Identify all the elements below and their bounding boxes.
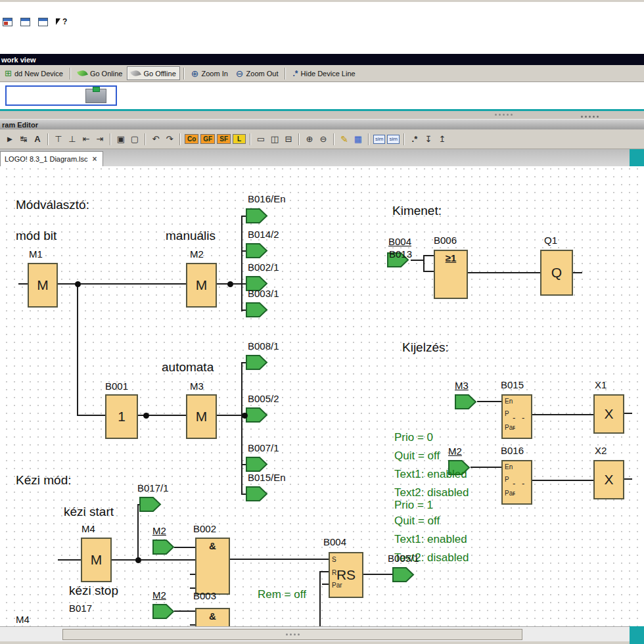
device-widget[interactable]	[5, 85, 117, 106]
block-b016[interactable]: EnPPar- - -	[501, 460, 532, 505]
splitter-grip[interactable]	[581, 116, 599, 118]
pane-splitter[interactable]	[0, 111, 644, 119]
wire[interactable]	[112, 559, 195, 561]
text-tool-icon[interactable]: A	[32, 133, 43, 146]
zoom-out-icon[interactable]: ⊖	[317, 133, 329, 146]
go-online-button[interactable]: Go Online	[74, 66, 126, 80]
block-m1[interactable]: M	[28, 263, 58, 308]
zoom-in-button[interactable]: ⊕Zoom In	[188, 66, 231, 80]
undo-icon[interactable]: ↶	[150, 133, 162, 146]
block-b003[interactable]: &	[195, 608, 230, 626]
flag-M2-a[interactable]	[152, 540, 175, 555]
wire[interactable]	[624, 478, 632, 480]
wire[interactable]	[363, 574, 392, 575]
flag-B014-2[interactable]	[246, 243, 268, 258]
add-new-device-button[interactable]: ⊞dd New Device	[1, 66, 66, 80]
wire[interactable]	[532, 414, 593, 415]
wire[interactable]	[217, 415, 242, 416]
hide-device-line-button[interactable]: .*Hide Device Line	[289, 66, 358, 80]
move-up-icon[interactable]: ↥	[436, 133, 448, 146]
hide-reference-line-icon[interactable]: .*	[409, 133, 421, 146]
basic-functions-catalog-button[interactable]: GF	[200, 134, 215, 144]
block-b015[interactable]: EnPPar- - -	[501, 394, 532, 439]
wire[interactable]	[77, 415, 105, 416]
flag-B016-En[interactable]	[246, 208, 268, 223]
zoom-out-button[interactable]: ⊖Zoom Out	[233, 66, 282, 80]
context-help-icon[interactable]: ?	[56, 16, 67, 27]
wire[interactable]	[411, 260, 424, 261]
scrollbar-thumb[interactable]	[62, 629, 522, 640]
flag-M3[interactable]	[455, 394, 477, 409]
special-functions-catalog-button[interactable]: SF	[217, 134, 231, 144]
comment-text[interactable]: mód bit	[16, 229, 57, 243]
wire[interactable]	[241, 362, 242, 495]
comment-text[interactable]: manuális	[166, 229, 216, 243]
tab-close-icon[interactable]: ×	[93, 154, 97, 164]
wire[interactable]	[18, 283, 28, 285]
flag-B005-1[interactable]	[392, 567, 415, 582]
horizontal-scrollbar[interactable]	[0, 626, 630, 641]
split-vertical-icon[interactable]: ◫	[269, 133, 281, 146]
labels-catalog-button[interactable]: L	[233, 134, 246, 144]
wire[interactable]	[477, 401, 501, 402]
block-x2[interactable]: X	[593, 460, 624, 499]
flag-B005-2[interactable]	[246, 407, 268, 423]
wire[interactable]	[190, 624, 195, 626]
align-left-icon[interactable]: ⇤	[80, 133, 92, 146]
diagram-canvas[interactable]: MM1MM&&RSSRPar≥1QEnPPar- - -XEnPPar- - -…	[0, 166, 644, 626]
block-q1[interactable]: Q	[540, 250, 573, 296]
go-offline-button[interactable]: Go Offline	[127, 66, 179, 80]
align-top-icon[interactable]: ⊤	[53, 133, 64, 146]
flag-B003-1[interactable]	[246, 302, 268, 317]
wire[interactable]	[573, 272, 582, 273]
align-right-icon[interactable]: ⇥	[94, 133, 106, 146]
wire[interactable]	[471, 467, 501, 468]
flag-B015-En[interactable]	[246, 486, 268, 501]
block-m4[interactable]: M	[81, 538, 112, 582]
selection-tool-icon[interactable]: ►	[4, 133, 16, 146]
block-b001[interactable]: 1	[105, 394, 138, 439]
wire[interactable]	[230, 559, 329, 560]
move-down-icon[interactable]: ↧	[423, 133, 434, 146]
wire[interactable]	[319, 571, 329, 572]
wire[interactable]	[241, 216, 242, 311]
wire[interactable]	[423, 271, 434, 272]
wire[interactable]	[468, 272, 540, 273]
comment-text[interactable]: Kézi mód:	[16, 473, 71, 488]
diagram-tab[interactable]: LOGO! 8.3_1 Diagram.lsc ×	[0, 151, 103, 166]
wire[interactable]	[322, 584, 329, 585]
splitter-grip[interactable]	[495, 114, 513, 116]
flag-B008-1[interactable]	[246, 355, 268, 370]
wire[interactable]	[174, 610, 195, 612]
block-b004[interactable]: RSSRPar	[329, 552, 363, 598]
pen-style-icon[interactable]: ✎	[338, 133, 350, 146]
block-b002[interactable]: &	[195, 538, 230, 595]
comment-text[interactable]: kézi stop	[69, 584, 118, 598]
wire[interactable]	[190, 587, 195, 589]
send-to-back-icon[interactable]: ▢	[129, 133, 141, 146]
online-test-icon[interactable]: sim	[387, 135, 399, 144]
connector-tool-icon[interactable]: ↹	[18, 133, 30, 146]
comment-text[interactable]: automata	[162, 360, 214, 375]
wire[interactable]	[624, 413, 632, 414]
tile-windows-icon[interactable]	[38, 18, 48, 26]
new-window-icon[interactable]	[3, 18, 12, 26]
comment-text[interactable]: Módválasztó:	[16, 198, 89, 212]
comment-text[interactable]: kézi start	[64, 505, 114, 519]
wire[interactable]	[319, 571, 321, 626]
single-window-icon[interactable]: ▭	[255, 133, 267, 146]
wire[interactable]	[174, 547, 195, 548]
flag-M2-b[interactable]	[152, 604, 175, 619]
comment-text[interactable]: Kijelzés:	[402, 340, 449, 355]
redo-icon[interactable]: ↷	[164, 133, 175, 146]
align-bottom-icon[interactable]: ⊥	[66, 133, 78, 146]
simulation-icon[interactable]: sim	[373, 135, 385, 144]
wire[interactable]	[423, 255, 434, 256]
comment-text[interactable]: Kimenet:	[392, 204, 442, 218]
cascade-windows-icon[interactable]	[20, 18, 30, 26]
wire[interactable]	[423, 255, 425, 272]
flag-B017-1[interactable]	[139, 497, 162, 512]
block-x1[interactable]: X	[593, 394, 624, 434]
wire[interactable]	[77, 283, 78, 416]
block-m2[interactable]: M	[186, 263, 217, 308]
